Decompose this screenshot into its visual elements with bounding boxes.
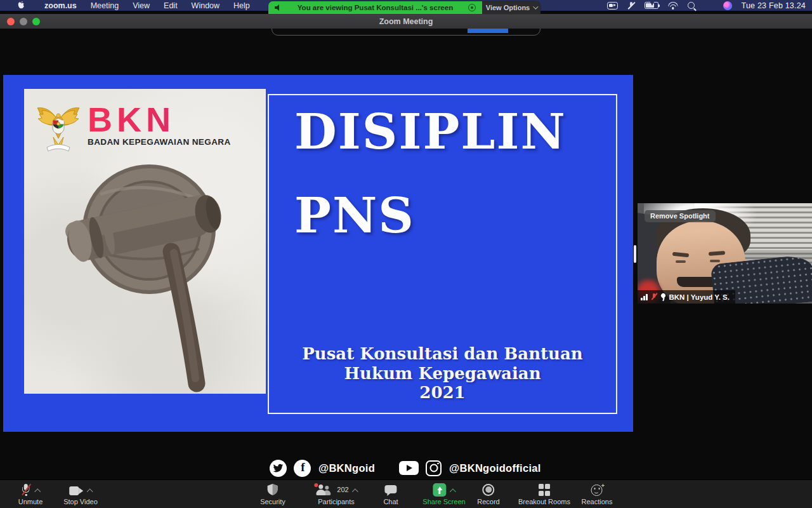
stop-video-button[interactable]: Stop Video	[63, 483, 98, 505]
siri-icon[interactable]	[723, 1, 732, 10]
participant-muted-mic-icon	[651, 293, 657, 301]
menu-help[interactable]: Help	[226, 0, 257, 11]
slide-subtitle-line1: Pusat Konsultasi dan Bantuan	[269, 344, 616, 364]
viewing-banner-text: You are viewing Pusat Konsultasi ...'s s…	[287, 4, 463, 11]
reactions-smiley-icon: +	[591, 485, 603, 496]
chevron-down-icon	[533, 4, 538, 9]
participants-icon	[315, 485, 331, 496]
control-center-icon[interactable]	[704, 1, 714, 10]
record-button[interactable]: Record	[477, 483, 499, 505]
share-screen-button[interactable]: Share Screen	[422, 483, 465, 505]
bkn-org-name: BADAN KEPEGAWAIAN NEGARA	[88, 137, 231, 147]
shared-slide: BKN BADAN KEPEGAWAIAN NEGARA	[3, 75, 633, 432]
plus-icon: +	[601, 483, 605, 489]
slide-title-box: DISIPLIN PNS Pusat Konsultasi dan Bantua…	[268, 94, 617, 414]
menu-window[interactable]: Window	[185, 0, 226, 11]
security-button[interactable]: Security	[260, 483, 285, 505]
share-screen-label: Share Screen	[422, 498, 465, 505]
share-screen-icon	[433, 483, 446, 497]
apple-menu[interactable]	[9, 0, 37, 11]
facebook-icon: f	[294, 460, 311, 477]
security-label: Security	[260, 498, 285, 505]
stop-video-label: Stop Video	[63, 498, 98, 505]
video-camera-icon	[69, 486, 83, 495]
spotlight-video-tile[interactable]: Remove Spotlight BKN | Yuyud Y. S.	[638, 203, 812, 304]
participant-name: BKN | Yuyud Y. S.	[669, 293, 730, 301]
signal-strength-icon	[641, 293, 648, 300]
video-panel-drag-handle[interactable]	[634, 245, 636, 263]
screen-recording-icon[interactable]	[607, 2, 618, 10]
remove-spotlight-button[interactable]: Remove Spotlight	[645, 210, 716, 222]
window-title: Zoom Meeting	[0, 17, 812, 26]
menubar-clock[interactable]: Tue 23 Feb 13.24	[742, 1, 806, 10]
twitter-icon	[270, 460, 287, 477]
chat-label: Chat	[383, 498, 398, 505]
video-options-chevron[interactable]	[87, 488, 93, 495]
social-handle-primary: @BKNgoid	[318, 462, 375, 474]
gavel-image	[24, 150, 266, 394]
muted-mic-icon	[21, 484, 31, 496]
meeting-toolbar: Unmute Stop Video Security	[0, 479, 812, 508]
menu-view[interactable]: View	[126, 0, 157, 11]
slide-title-line2: PNS	[294, 187, 415, 244]
youtube-icon	[399, 461, 419, 475]
participant-eye	[676, 260, 686, 263]
share-options-chevron[interactable]	[450, 488, 456, 495]
shield-icon	[267, 483, 279, 496]
apple-icon	[17, 1, 25, 10]
menu-edit[interactable]: Edit	[157, 0, 185, 11]
record-label: Record	[477, 498, 499, 505]
breakout-rooms-button[interactable]: Breakout Rooms	[518, 483, 570, 505]
spotlight-pin-icon	[660, 293, 666, 301]
menu-meeting[interactable]: Meeting	[84, 0, 126, 11]
reactions-label: Reactions	[582, 498, 613, 505]
unmute-button[interactable]: Unmute	[18, 483, 43, 505]
garuda-pancasila-icon	[34, 99, 82, 155]
participants-label: Participants	[318, 498, 354, 505]
battery-icon[interactable]	[645, 2, 658, 9]
participant-nameplate: BKN | Yuyud Y. S.	[638, 290, 735, 304]
social-handle-secondary: @BKNgoidofficial	[449, 462, 541, 474]
participants-button[interactable]: 202 Participants	[315, 483, 357, 505]
slide-left-panel: BKN BADAN KEPEGAWAIAN NEGARA	[24, 89, 266, 394]
window-titlebar: Zoom Meeting	[0, 14, 812, 29]
menu-zoom-us[interactable]: zoom.us	[37, 0, 84, 11]
breakout-rooms-icon	[539, 484, 551, 496]
instagram-icon	[426, 460, 442, 476]
notification-dot	[314, 483, 318, 487]
zoom-meeting-screen: zoom.us Meeting View Edit Window Help Tu…	[0, 0, 812, 508]
social-footer: f @BKNgoid @BKNgoidofficial	[270, 457, 541, 479]
participants-count: 202	[337, 486, 348, 493]
view-options-label: View Options	[486, 4, 530, 11]
muted-mic-icon[interactable]	[627, 1, 635, 10]
chat-button[interactable]: Chat	[383, 483, 398, 505]
spotlight-search-icon[interactable]	[688, 2, 695, 9]
slide-year: 2021	[269, 383, 616, 403]
wifi-icon[interactable]	[668, 2, 678, 10]
slide-title-line1: DISIPLIN	[294, 103, 566, 160]
breakout-rooms-label: Breakout Rooms	[518, 498, 570, 505]
participant-eye	[710, 260, 720, 262]
record-icon	[483, 484, 495, 496]
view-options-dropdown[interactable]: View Options	[482, 1, 540, 14]
audio-options-chevron[interactable]	[35, 488, 41, 495]
viewing-share-banner: You are viewing Pusat Konsultasi ...'s s…	[268, 1, 540, 14]
chat-bubble-icon	[385, 485, 397, 496]
record-indicator-icon	[468, 4, 476, 11]
participants-chevron[interactable]	[352, 488, 358, 495]
speaker-icon	[275, 4, 282, 11]
bkn-logo-text: BKN	[88, 103, 231, 136]
unmute-label: Unmute	[18, 498, 43, 505]
reactions-button[interactable]: + Reactions	[582, 483, 613, 505]
slide-subtitle-line2: Hukum Kepegawaian	[269, 364, 616, 384]
